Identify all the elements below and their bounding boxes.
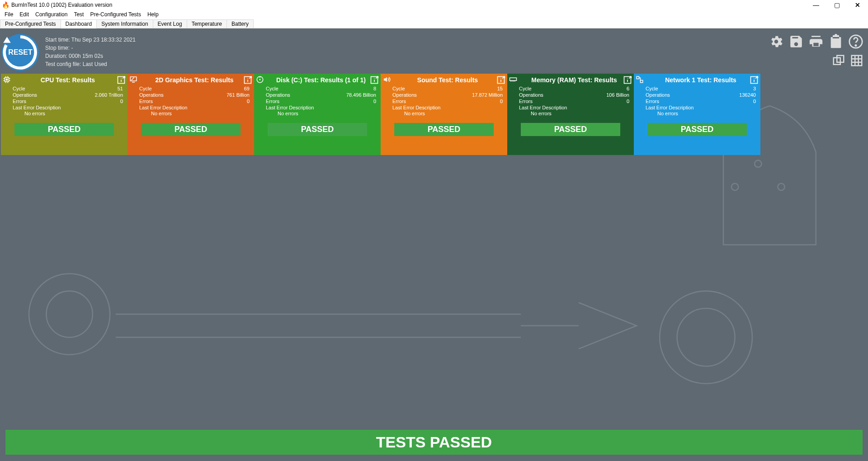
tab-battery[interactable]: Battery [226, 19, 254, 28]
menu-test[interactable]: Test [71, 11, 86, 18]
status-badge: PASSED [14, 123, 114, 136]
tile-title: Sound Test: Results [392, 74, 503, 84]
svg-point-2 [660, 291, 752, 384]
windows-view-icon[interactable] [832, 54, 845, 67]
result-banner: TESTS PASSED [5, 430, 863, 455]
svg-point-4 [731, 183, 738, 190]
print-icon[interactable] [808, 34, 824, 49]
help-icon[interactable] [848, 34, 863, 49]
menu-help[interactable]: Help [145, 11, 161, 18]
label-cycle: Cycle [266, 85, 278, 92]
menu-edit[interactable]: Edit [17, 11, 32, 18]
value-last-error: No errors [392, 111, 503, 116]
tile-net[interactable]: Network 1 Test: ResultsCycle3Operations1… [634, 74, 760, 155]
tile-disk[interactable]: Disk (C:) Test: Results (1 of 1)Cycle8Op… [254, 74, 381, 155]
value-operations: 17.872 Million [472, 92, 503, 98]
value-last-error: No errors [139, 111, 250, 116]
popout-info-icon[interactable] [243, 75, 252, 85]
tile-ram[interactable]: Memory (RAM) Test: ResultsCycle6Operatio… [507, 74, 634, 155]
popout-info-icon[interactable] [117, 75, 126, 85]
svg-point-3 [677, 308, 735, 366]
label-cycle: Cycle [392, 85, 405, 92]
value-errors: 0 [753, 98, 756, 104]
label-errors: Errors [13, 98, 26, 104]
value-errors: 0 [373, 98, 376, 104]
value-cycle: 51 [118, 85, 123, 92]
menu-preconfigured-tests[interactable]: Pre-Configured Tests [87, 11, 144, 18]
label-last-error: Last Error Description [139, 104, 250, 111]
label-operations: Operations [392, 92, 417, 98]
tab-temperature[interactable]: Temperature [187, 19, 227, 28]
save-icon[interactable] [788, 34, 804, 49]
status-badge: PASSED [268, 123, 367, 136]
tile-cpu[interactable]: CPU Test: ResultsCycle51Operations2.060 … [1, 74, 127, 155]
minimize-button[interactable]: — [806, 0, 826, 10]
popout-info-icon[interactable] [750, 75, 759, 85]
duration-value: 000h 15m 02s [69, 53, 103, 59]
label-cycle: Cycle [519, 85, 532, 92]
svg-point-9 [855, 45, 856, 46]
value-last-error: No errors [519, 111, 629, 116]
close-button[interactable]: ✕ [847, 0, 868, 10]
menu-configuration[interactable]: Configuration [33, 11, 70, 18]
popout-info-icon[interactable] [370, 75, 379, 85]
tile-sound[interactable]: Sound Test: ResultsCycle15Operations17.8… [381, 74, 507, 155]
tab-system-information[interactable]: System Information [96, 19, 153, 28]
status-badge: PASSED [141, 123, 241, 136]
label-last-error: Last Error Description [266, 104, 376, 111]
svg-point-5 [755, 160, 761, 167]
label-errors: Errors [392, 98, 406, 104]
tile-2d[interactable]: 2D Graphics Test: ResultsCycle69Operatio… [127, 74, 254, 155]
tab-event-log[interactable]: Event Log [153, 19, 187, 28]
tab-dashboard[interactable]: Dashboard [61, 19, 97, 28]
value-errors: 0 [500, 98, 503, 104]
label-cycle: Cycle [139, 85, 152, 92]
config-value: Last Used [83, 61, 107, 67]
tile-title: 2D Graphics Test: Results [139, 74, 250, 84]
monitor-icon [129, 75, 137, 84]
reset-button[interactable]: RESET [2, 34, 39, 71]
value-operations: 2.060 Trillion [95, 92, 123, 98]
svg-point-1 [46, 291, 92, 337]
speaker-icon [382, 75, 391, 84]
menu-file[interactable]: File [2, 11, 16, 18]
window-title: BurnInTest 10.0 (1002) Evaluation versio… [11, 2, 806, 8]
maximize-button[interactable]: ▢ [826, 0, 847, 10]
label-last-error: Last Error Description [392, 104, 503, 111]
popout-info-icon[interactable] [623, 75, 632, 85]
stop-time-label: Stop time: [45, 45, 70, 51]
label-errors: Errors [139, 98, 153, 104]
run-info: Start time: Thu Sep 23 18:33:32 2021 Sto… [45, 34, 136, 67]
popout-info-icon[interactable] [496, 75, 505, 85]
value-errors: 0 [120, 98, 123, 104]
clipboard-icon[interactable] [828, 34, 844, 49]
grid-view-icon[interactable] [850, 54, 863, 67]
label-operations: Operations [519, 92, 543, 98]
start-time-label: Start time: [45, 37, 70, 43]
label-cycle: Cycle [646, 85, 658, 92]
tab-preconfigured-tests[interactable]: Pre-Configured Tests [0, 19, 61, 28]
value-operations: 78.496 Billion [346, 92, 376, 98]
value-errors: 0 [627, 98, 629, 104]
value-operations: 106 Billion [606, 92, 629, 98]
label-operations: Operations [13, 92, 37, 98]
value-cycle: 8 [373, 85, 376, 92]
titlebar: 🔥 BurnInTest 10.0 (1002) Evaluation vers… [0, 0, 868, 10]
ram-icon [509, 75, 517, 84]
status-badge: PASSED [647, 123, 747, 136]
label-operations: Operations [646, 92, 670, 98]
label-operations: Operations [266, 92, 290, 98]
tile-title: Network 1 Test: Results [646, 74, 756, 84]
label-errors: Errors [519, 98, 533, 104]
value-operations: 761 Billion [226, 92, 250, 98]
value-last-error: No errors [266, 111, 376, 116]
menubar: File Edit Configuration Test Pre-Configu… [0, 10, 868, 19]
svg-marker-7 [3, 37, 10, 43]
stop-time-value: - [71, 45, 73, 51]
value-operations: 136240 [739, 92, 756, 98]
label-errors: Errors [266, 98, 279, 104]
status-badge: PASSED [394, 123, 494, 136]
label-last-error: Last Error Description [646, 104, 756, 111]
settings-icon[interactable] [769, 34, 784, 49]
config-label: Test config file: [45, 61, 81, 67]
